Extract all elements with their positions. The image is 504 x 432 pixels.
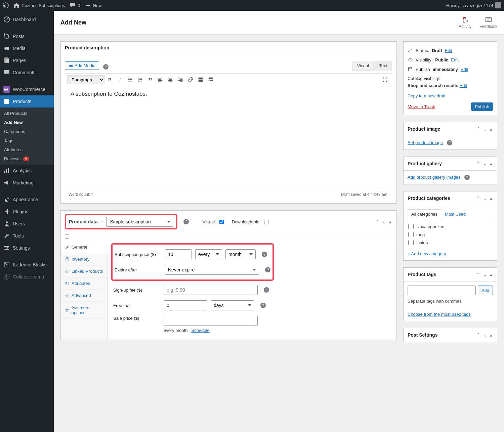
sidebar-sub-add-new[interactable]: Add New	[0, 118, 54, 127]
unknown-checkbox[interactable]	[65, 234, 69, 239]
chevron-down-icon[interactable]: ⌄	[482, 160, 488, 167]
sidebar-item-products[interactable]: Products	[0, 95, 54, 107]
sidebar-item-comments[interactable]: Comments	[0, 67, 54, 79]
signup-input[interactable]	[164, 285, 258, 295]
sidebar-item-marketing[interactable]: Marketing	[0, 177, 54, 189]
category-uncategorized[interactable]: Uncategorized	[408, 222, 493, 230]
sidebar-item-settings[interactable]: Settings	[0, 242, 54, 254]
sidebar-sub-tags[interactable]: Tags	[0, 136, 54, 145]
chevron-up-icon[interactable]: ⌃	[476, 271, 481, 278]
sidebar-sub-categories[interactable]: Categories	[0, 127, 54, 136]
chevron-up-icon[interactable]: ⌃	[476, 126, 481, 132]
sale-input[interactable]	[164, 316, 258, 326]
categories-all-tab[interactable]: All categories	[408, 209, 441, 219]
collapse-icon[interactable]: ▴	[388, 218, 392, 225]
collapse-icon[interactable]: ▴	[489, 332, 493, 338]
visual-tab[interactable]: Visual	[352, 61, 374, 71]
category-checkbox[interactable]	[408, 240, 414, 245]
category-mug[interactable]: mug	[408, 230, 493, 239]
text-tab[interactable]: Text	[374, 61, 392, 71]
add-category-link[interactable]: + Add new category	[408, 251, 446, 256]
site-link[interactable]: Cozmos Subscriptions	[13, 2, 65, 8]
editor-textarea[interactable]: A subscription to Cozmoslabs.	[65, 86, 392, 190]
new-link[interactable]: New	[85, 2, 102, 8]
italic-icon[interactable]: I	[115, 75, 125, 84]
status-edit-link[interactable]: Edit	[445, 48, 452, 53]
help-icon[interactable]: ?	[447, 140, 452, 145]
sub-every-select[interactable]: every	[195, 249, 222, 259]
sidebar-item-woocommerce[interactable]: WooCommerce	[0, 83, 54, 95]
sidebar-item-pages[interactable]: Pages	[0, 54, 54, 67]
feedback-button[interactable]: Feedback	[479, 16, 497, 29]
virtual-checkbox[interactable]	[219, 220, 224, 224]
choose-tags-link[interactable]: Choose from the most used tags	[408, 312, 471, 317]
visibility-edit-link[interactable]: Edit	[451, 57, 458, 62]
sidebar-item-tools[interactable]: Tools	[0, 230, 54, 242]
trial-unit-select[interactable]: days	[211, 300, 254, 310]
sidebar-sub-reviews[interactable]: Reviews 9	[0, 154, 54, 163]
chevron-down-icon[interactable]: ⌄	[482, 332, 488, 338]
catalog-edit-link[interactable]: Edit	[460, 83, 467, 88]
sidebar-item-plugins[interactable]: Plugins	[0, 206, 54, 218]
downloadable-checkbox[interactable]	[264, 220, 268, 224]
tab-general[interactable]: General	[61, 241, 108, 253]
sidebar-item-media[interactable]: Media	[0, 42, 54, 54]
help-icon[interactable]: ?	[262, 252, 267, 257]
blockquote-icon[interactable]	[145, 75, 155, 84]
wp-logo[interactable]	[3, 2, 9, 8]
chevron-up-icon[interactable]: ⌃	[375, 218, 380, 225]
comments-link[interactable]: 0	[70, 2, 80, 8]
align-right-icon[interactable]	[176, 75, 185, 84]
tab-linked[interactable]: Linked Products	[61, 265, 108, 277]
sidebar-item-analytics[interactable]: Analytics	[0, 165, 54, 177]
tab-attributes[interactable]: Attributes	[61, 277, 108, 290]
tab-get-more[interactable]: Get more options	[61, 302, 108, 319]
help-icon[interactable]: ?	[260, 303, 266, 308]
tab-inventory[interactable]: Inventory	[61, 253, 108, 265]
copy-draft-link[interactable]: Copy to a new draft	[408, 93, 446, 98]
sidebar-item-users[interactable]: Users	[0, 218, 54, 230]
chevron-down-icon[interactable]: ⌄	[482, 271, 488, 278]
publish-button[interactable]: Publish	[471, 102, 493, 111]
help-icon[interactable]: ?	[103, 64, 109, 70]
readmore-icon[interactable]	[196, 75, 205, 84]
tab-advanced[interactable]: Advanced	[61, 290, 108, 302]
sidebar-item-kadence[interactable]: Kadence Blocks	[0, 259, 54, 271]
collapse-icon[interactable]: ▴	[489, 195, 493, 202]
sidebar-item-dashboard[interactable]: Dashboard	[0, 13, 54, 26]
schedule-link[interactable]: Schedule	[191, 328, 209, 333]
collapse-icon[interactable]: ▴	[489, 126, 493, 132]
add-tag-button[interactable]: Add	[478, 286, 493, 295]
fullscreen-icon[interactable]	[380, 75, 390, 84]
category-checkbox[interactable]	[408, 232, 414, 237]
add-gallery-link[interactable]: Add product gallery images	[408, 175, 461, 180]
trial-input[interactable]	[164, 300, 207, 310]
chevron-down-icon[interactable]: ⌄	[482, 195, 488, 202]
chevron-up-icon[interactable]: ⌃	[476, 160, 481, 167]
activity-button[interactable]: Activity	[459, 16, 471, 29]
sidebar-item-appearance[interactable]: Appearance	[0, 193, 54, 206]
category-tshirts[interactable]: tshirts	[408, 239, 493, 247]
sidebar-item-posts[interactable]: Posts	[0, 30, 54, 42]
move-trash-link[interactable]: Move to Trash	[408, 104, 435, 109]
toolbar-toggle-icon[interactable]	[206, 75, 215, 84]
expire-select[interactable]: Never expire	[165, 265, 259, 275]
chevron-down-icon[interactable]: ⌄	[382, 218, 387, 225]
align-center-icon[interactable]	[166, 75, 175, 84]
help-icon[interactable]: ?	[265, 267, 270, 272]
align-left-icon[interactable]	[156, 75, 165, 84]
sub-period-select[interactable]: month	[225, 249, 256, 259]
sidebar-sub-attributes[interactable]: Attributes	[0, 145, 54, 154]
sub-price-input[interactable]	[165, 249, 192, 259]
howdy-link[interactable]: Howdy, kayazogize1174	[446, 2, 501, 8]
link-icon[interactable]	[186, 75, 195, 84]
numbered-list-icon[interactable]: 123	[135, 75, 145, 84]
set-product-image-link[interactable]: Set product image	[408, 140, 443, 145]
publish-edit-link[interactable]: Edit	[461, 67, 468, 72]
help-icon[interactable]: ?	[464, 175, 470, 180]
bold-icon[interactable]: B	[105, 75, 115, 84]
collapse-icon[interactable]: ▴	[489, 271, 493, 278]
chevron-up-icon[interactable]: ⌃	[476, 332, 481, 338]
product-type-select[interactable]: Simple subscription	[106, 217, 173, 227]
sidebar-sub-all-products[interactable]: All Products	[0, 109, 54, 118]
